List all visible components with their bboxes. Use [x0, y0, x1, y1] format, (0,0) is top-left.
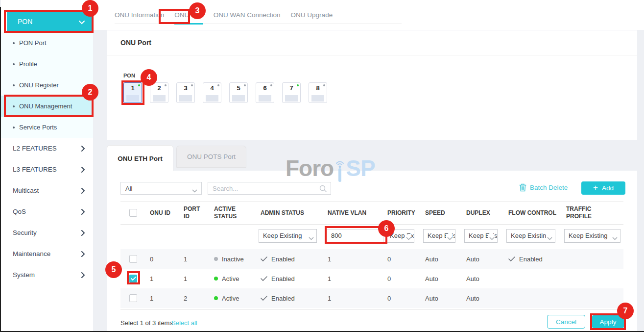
cell-speed: Auto — [417, 275, 458, 282]
chevron-right-icon — [81, 230, 85, 236]
row-checkbox[interactable] — [129, 294, 137, 302]
panel-title: ONU Port — [107, 30, 637, 55]
sidebar-item-label: ONU Management — [19, 102, 72, 110]
sidebar-item-l3-features[interactable]: L3 FEATURES — [1, 159, 93, 180]
apply-button[interactable]: Apply — [592, 315, 624, 328]
status-dot-active — [214, 296, 218, 300]
sidebar-item-onu-management[interactable]: ONU Management — [1, 96, 93, 117]
edit-priority-select[interactable]: Keep Existing — [385, 229, 414, 243]
select-all-checkbox[interactable] — [129, 209, 137, 217]
tab-onu-upgrade[interactable]: ONU Upgrade — [291, 0, 333, 30]
col-header-port-id: PORT ID — [176, 205, 206, 220]
select-value: Keep Existing — [263, 232, 302, 239]
edit-native-vlan-input[interactable] — [327, 229, 383, 243]
edit-duplex-select[interactable]: Keep Existing — [464, 229, 498, 243]
tab-onu-eth-port[interactable]: ONU ETH Port — [107, 145, 173, 171]
sidebar-item-onu-register[interactable]: ONU Register — [1, 75, 93, 96]
selection-summary: Select 1 of 3 items — [120, 319, 173, 327]
sidebar-item-security[interactable]: Security — [1, 222, 93, 243]
onu-port-panel: ONU Port PON 1 2 3 4 5 6 7 — [107, 30, 637, 140]
sidebar-item-l2-features[interactable]: L2 FEATURES — [1, 138, 93, 159]
pon-port-2[interactable]: 2 — [150, 82, 168, 103]
cell-flow-control: Enabled — [501, 255, 558, 263]
tab-onu-wan-connection[interactable]: ONU WAN Connection — [214, 0, 281, 30]
table-bottom-line — [120, 309, 623, 310]
filter-select[interactable]: All — [120, 182, 202, 195]
sidebar-item-label: QoS — [13, 208, 26, 215]
row-checkbox[interactable] — [129, 255, 137, 263]
sidebar-item-system[interactable]: System — [1, 264, 93, 285]
sidebar-item-label: Multicast — [13, 187, 39, 194]
tab-onu-information[interactable]: ONU Information — [115, 0, 164, 30]
chevron-down-icon — [192, 187, 197, 194]
filter-value: All — [125, 185, 132, 192]
cell-active-status: Active — [206, 275, 253, 282]
batch-delete-button[interactable]: Batch Delete — [519, 183, 568, 192]
row-checkbox-checked[interactable] — [129, 275, 137, 282]
cell-duplex: Auto — [458, 255, 501, 263]
sidebar-item-service-ports[interactable]: Service Ports — [1, 117, 93, 138]
cell-port-id: 2 — [176, 295, 206, 302]
check-icon — [131, 277, 136, 281]
port-status-dot — [191, 84, 193, 86]
tab-onu-pots-port[interactable]: ONU POTS Port — [176, 146, 246, 168]
pon-port-3[interactable]: 3 — [176, 82, 195, 103]
sidebar-pon-label: PON — [18, 18, 32, 26]
cell-priority: 0 — [380, 275, 417, 282]
sidebar-item-multicast[interactable]: Multicast — [1, 180, 93, 201]
cell-duplex: Auto — [458, 275, 501, 282]
edit-traffic-profile-select[interactable]: Keep Existing — [564, 229, 620, 243]
select-value: Keep Existing — [569, 232, 608, 239]
sidebar-item-profile[interactable]: Profile — [1, 53, 93, 75]
sidebar-item-qos[interactable]: QoS — [1, 201, 93, 222]
cell-onu-id: 1 — [142, 295, 176, 302]
sidebar-item-label: L3 FEATURES — [13, 166, 57, 173]
sidebar-item-label: Security — [13, 229, 37, 236]
pon-port-7[interactable]: 7 — [282, 82, 301, 103]
bullet-icon — [13, 63, 15, 65]
cell-native-vlan: 1 — [320, 275, 380, 282]
pon-port-6[interactable]: 6 — [256, 82, 274, 103]
tab-onu-port[interactable]: ONU Port — [174, 0, 203, 30]
search-input[interactable] — [208, 182, 331, 194]
pon-port-8[interactable]: 8 — [309, 82, 327, 103]
port-status-dot — [138, 84, 140, 86]
cell-onu-id: 0 — [142, 255, 176, 263]
bullet-icon — [13, 105, 15, 107]
sidebar-item-label: ONU Register — [19, 81, 59, 89]
add-button[interactable]: + Add — [581, 181, 625, 195]
port-status-dot — [217, 84, 219, 86]
port-status-dot — [323, 84, 325, 86]
cell-admin-status: Enabled — [253, 255, 320, 263]
edit-admin-status-select[interactable]: Keep Existing — [259, 229, 317, 243]
bullet-icon — [13, 84, 15, 86]
search-icon — [319, 185, 327, 194]
cell-admin-status: Enabled — [253, 295, 320, 302]
sidebar-item-pon-port[interactable]: PON Port — [1, 32, 93, 53]
window-left-edge — [0, 7, 1, 332]
pon-port-5[interactable]: 5 — [229, 82, 248, 103]
batch-delete-label: Batch Delete — [530, 184, 568, 191]
edit-speed-select[interactable]: Keep Existing — [423, 229, 455, 243]
port-slot-icon — [179, 95, 192, 102]
select-all-link[interactable]: Select all — [171, 319, 197, 327]
edit-flow-control-select[interactable]: Keep Existing — [506, 229, 555, 243]
pon-port-1[interactable]: 1 — [123, 82, 142, 103]
search-box — [208, 182, 331, 195]
chevron-right-icon — [81, 251, 85, 257]
trash-icon — [519, 183, 526, 192]
port-slot-icon — [153, 95, 166, 102]
table-header-row: ONU ID PORT ID ACTIVE STATUS ADMIN STATU… — [120, 201, 623, 225]
sidebar-item-maintenance[interactable]: Maintenance — [1, 243, 93, 264]
col-header-flow-control: FLOW CONTROL — [501, 209, 558, 217]
sidebar-item-pon[interactable]: PON — [7, 12, 93, 31]
col-header-traffic-profile: TRAFFIC PROFILE — [558, 205, 623, 220]
port-slot-icon — [259, 95, 271, 102]
status-dot-active — [214, 277, 218, 281]
chevron-right-icon — [81, 167, 85, 173]
chevron-down-icon — [309, 237, 314, 240]
cell-priority: 0 — [380, 295, 417, 302]
pon-port-4[interactable]: 4 — [203, 82, 221, 103]
cancel-button[interactable]: Cancel — [547, 315, 585, 329]
pon-submenu: PON Port Profile ONU Register ONU Manage… — [1, 32, 93, 138]
